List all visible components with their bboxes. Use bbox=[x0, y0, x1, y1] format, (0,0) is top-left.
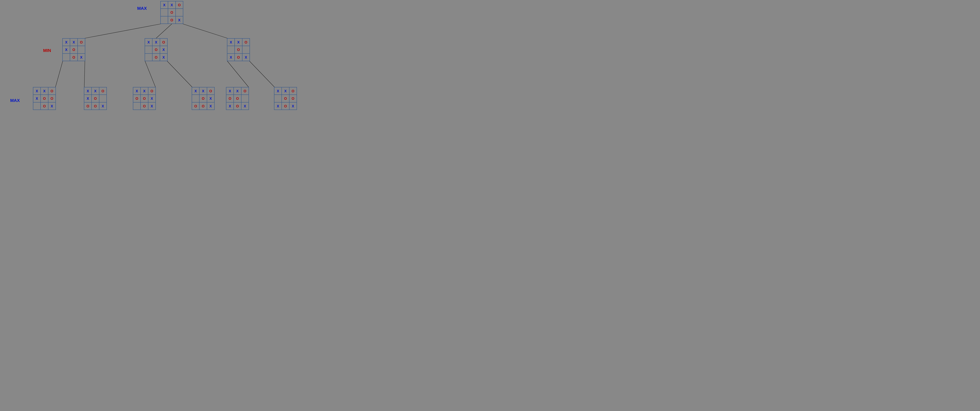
board-cell: X bbox=[234, 87, 241, 95]
board-cell: X bbox=[289, 102, 297, 110]
level2-label: MAX bbox=[10, 98, 20, 103]
board-cell: O bbox=[282, 102, 289, 110]
board-c3: XXOOXOX bbox=[227, 38, 250, 61]
board-cell: O bbox=[289, 87, 297, 95]
board-cell: X bbox=[62, 46, 70, 53]
board-cell: O bbox=[176, 1, 183, 9]
board-cell: X bbox=[168, 1, 175, 9]
board-cell: X bbox=[92, 87, 99, 95]
board-cell: X bbox=[48, 102, 56, 110]
board-g2: XXOXOOOX bbox=[84, 87, 107, 110]
board-cell: O bbox=[152, 54, 160, 61]
board-cell: X bbox=[70, 38, 78, 46]
tree-edge bbox=[85, 24, 161, 38]
board-cell bbox=[33, 102, 41, 110]
board-cell: O bbox=[41, 95, 48, 102]
board-cell: O bbox=[148, 87, 156, 95]
board-cell: X bbox=[78, 54, 85, 61]
board-cell: X bbox=[140, 87, 148, 95]
board-cell: O bbox=[242, 38, 250, 46]
tree-edge bbox=[228, 61, 248, 87]
board-cell: X bbox=[62, 38, 70, 46]
board-cell: O bbox=[234, 102, 241, 110]
board-cell: O bbox=[78, 38, 85, 46]
board-cell: O bbox=[133, 95, 140, 102]
board-cell: X bbox=[227, 54, 235, 61]
board-cell: X bbox=[242, 54, 250, 61]
tree-edge bbox=[56, 61, 63, 87]
tree-edge bbox=[167, 61, 192, 87]
board-cell: X bbox=[161, 1, 168, 9]
tree-edge bbox=[183, 24, 228, 38]
board-g1: XXOXOOOX bbox=[33, 87, 56, 110]
board-cell bbox=[192, 95, 199, 102]
board-cell: O bbox=[207, 87, 215, 95]
board-cell: O bbox=[241, 87, 249, 95]
board-cell: X bbox=[148, 95, 156, 102]
board-g4: XXOOXOOX bbox=[192, 87, 215, 110]
board-g5: XXOOOXOX bbox=[226, 87, 249, 110]
board-cell bbox=[161, 9, 168, 16]
board-cell bbox=[62, 54, 70, 61]
board-cell: O bbox=[99, 87, 107, 95]
board-cell: O bbox=[41, 102, 48, 110]
board-cell bbox=[227, 46, 235, 53]
tree-edge bbox=[250, 61, 274, 87]
board-cell: X bbox=[192, 87, 199, 95]
board-cell: O bbox=[48, 87, 56, 95]
board-cell: X bbox=[226, 87, 234, 95]
board-g3: XXOOOXOX bbox=[133, 87, 156, 110]
board-cell: X bbox=[207, 102, 215, 110]
board-cell: O bbox=[92, 95, 99, 102]
board-cell: X bbox=[235, 38, 242, 46]
board-cell: O bbox=[192, 102, 199, 110]
board-cell: X bbox=[99, 102, 107, 110]
board-cell: O bbox=[92, 102, 99, 110]
board-cell: O bbox=[70, 54, 78, 61]
board-cell: X bbox=[33, 95, 41, 102]
board-root: XXOOOX bbox=[160, 1, 183, 24]
board-g6: XXOOOXOX bbox=[274, 87, 297, 110]
board-cell: X bbox=[207, 95, 215, 102]
board-cell: O bbox=[235, 54, 242, 61]
board-cell: X bbox=[176, 16, 183, 24]
board-cell: O bbox=[282, 95, 289, 102]
board-cell: O bbox=[84, 102, 92, 110]
board-cell: O bbox=[199, 95, 207, 102]
board-cell: O bbox=[140, 102, 148, 110]
board-cell: O bbox=[48, 95, 56, 102]
board-cell: O bbox=[152, 46, 160, 53]
board-cell: O bbox=[226, 95, 234, 102]
board-cell: X bbox=[33, 87, 41, 95]
board-cell: O bbox=[168, 16, 175, 24]
board-c2: XXOOXOX bbox=[145, 38, 167, 61]
tree-edge bbox=[156, 24, 172, 38]
board-cell: O bbox=[234, 95, 241, 102]
board-cell: X bbox=[227, 38, 235, 46]
board-cell: X bbox=[84, 87, 92, 95]
board-cell bbox=[161, 16, 168, 24]
board-cell: X bbox=[160, 54, 167, 61]
board-cell: X bbox=[133, 87, 140, 95]
board-cell: X bbox=[152, 38, 160, 46]
board-cell: O bbox=[70, 46, 78, 53]
board-cell bbox=[242, 46, 250, 53]
board-cell bbox=[145, 54, 152, 61]
board-cell: X bbox=[160, 46, 167, 53]
board-cell: X bbox=[41, 87, 48, 95]
board-cell: X bbox=[84, 95, 92, 102]
board-cell bbox=[78, 46, 85, 53]
board-cell: X bbox=[274, 102, 282, 110]
board-cell: O bbox=[140, 95, 148, 102]
board-cell: X bbox=[274, 87, 282, 95]
board-cell: X bbox=[241, 102, 249, 110]
board-cell: X bbox=[199, 87, 207, 95]
level1-label: MIN bbox=[43, 48, 51, 53]
board-cell: X bbox=[148, 102, 156, 110]
board-c1: XXOXOOX bbox=[62, 38, 85, 61]
minimax-tree-canvas: MAX MIN MAX XXOOOXXXOXOOXXXOOXOXXXOOXOXX… bbox=[0, 0, 298, 117]
board-cell bbox=[176, 9, 183, 16]
board-cell bbox=[241, 95, 249, 102]
board-cell: O bbox=[168, 9, 175, 16]
board-cell: X bbox=[226, 102, 234, 110]
